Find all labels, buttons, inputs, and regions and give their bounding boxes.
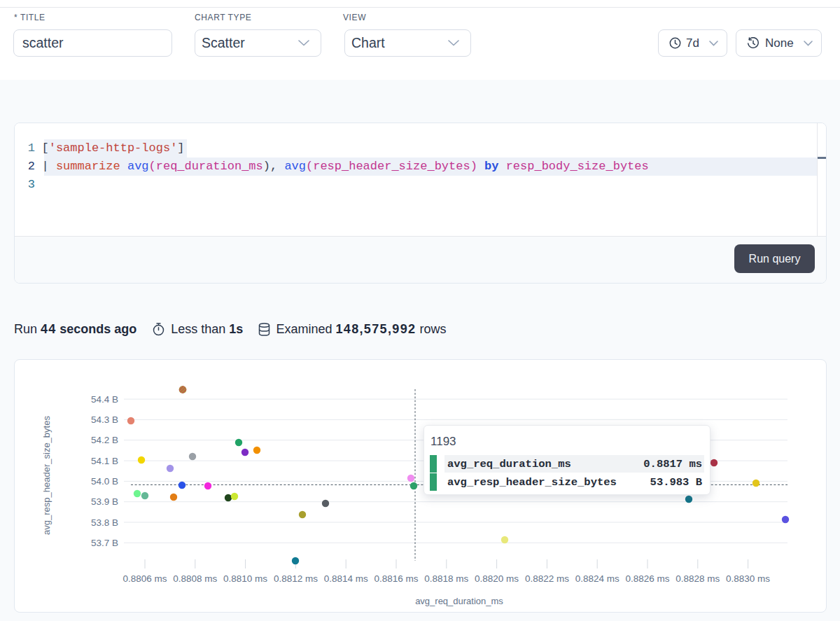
svg-text:53.8 B: 53.8 B [91,517,118,528]
svg-text:54.1 B: 54.1 B [91,456,118,466]
svg-text:54.2 B: 54.2 B [91,435,118,445]
svg-text:0.8822 ms: 0.8822 ms [525,573,569,584]
svg-text:54.0 B: 54.0 B [91,476,118,487]
svg-text:avg_resp_header_size_bytes: avg_resp_header_size_bytes [41,416,52,535]
svg-text:53.7 B: 53.7 B [91,538,118,548]
svg-text:0.8808 ms: 0.8808 ms [173,573,217,584]
svg-text:0.8806 ms: 0.8806 ms [122,573,167,584]
svg-text:0.8812 ms: 0.8812 ms [274,573,318,584]
svg-text:0.8826 ms: 0.8826 ms [625,573,669,584]
svg-text:0.8816 ms: 0.8816 ms [374,573,418,584]
svg-text:54.3 B: 54.3 B [91,414,118,425]
svg-text:0.8810 ms: 0.8810 ms [223,573,267,584]
svg-text:0.8818 ms: 0.8818 ms [424,573,468,584]
svg-text:53.9 B: 53.9 B [91,496,118,507]
svg-text:0.8828 ms: 0.8828 ms [676,573,720,584]
svg-text:avg_req_duration_ms: avg_req_duration_ms [415,596,503,606]
svg-text:0.8824 ms: 0.8824 ms [575,573,620,584]
svg-text:54.4 B: 54.4 B [91,394,118,405]
svg-text:0.8814 ms: 0.8814 ms [324,573,368,584]
svg-text:0.8820 ms: 0.8820 ms [475,573,519,584]
svg-text:0.8830 ms: 0.8830 ms [726,573,770,584]
